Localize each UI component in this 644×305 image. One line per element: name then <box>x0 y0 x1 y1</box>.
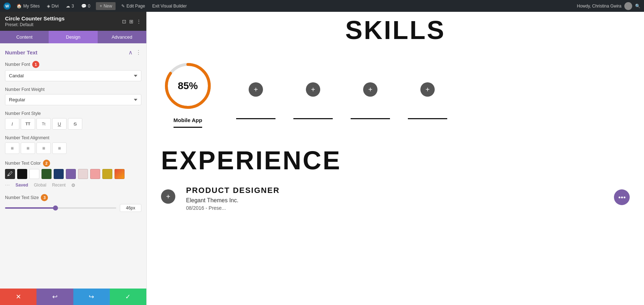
color-swatch-black[interactable] <box>17 169 27 179</box>
page-canvas: SKILLS 85% <box>147 12 644 305</box>
align-left-button[interactable]: ≡ <box>5 142 19 154</box>
dot-2 <box>621 197 623 198</box>
section-collapse-icon[interactable]: ∧ <box>128 49 133 56</box>
number-font-weight-group: Number Font Weight Regular <box>5 87 141 105</box>
circle-value: 85% <box>178 80 198 92</box>
number-text-alignment-label: Number Text Alignment <box>5 135 141 140</box>
number-font-group: Number Font 1 Candal <box>5 61 141 81</box>
add-experience-button[interactable]: + <box>161 189 175 204</box>
tab-advanced[interactable]: Advanced <box>98 31 146 43</box>
circle-label: Mobile App <box>174 117 202 123</box>
placeholder-line-4 <box>408 118 447 119</box>
placeholder-line-1 <box>236 118 275 119</box>
job-title: PRODUCT DESIGNER <box>186 186 603 195</box>
color-swatch-gold[interactable] <box>102 169 112 179</box>
panel-more-icon[interactable]: ⋮ <box>136 19 141 24</box>
number-font-label: Number Font 1 <box>5 61 141 68</box>
color-swatch-white[interactable] <box>29 169 39 179</box>
number-font-select[interactable]: Candal <box>5 70 141 81</box>
add-circle-button-4[interactable]: + <box>420 82 435 97</box>
dot-1 <box>619 197 620 198</box>
top-bar: W 🏠 My Sites ◈ Divi ☁ 3 💬 0 + New ✎ Edit… <box>0 0 644 12</box>
section-more-icon[interactable]: ⋮ <box>136 49 141 56</box>
size-slider-track[interactable] <box>5 207 116 209</box>
color-swatch-pink[interactable] <box>90 169 100 179</box>
circle-counter-item: 85% Mobile App <box>161 59 215 128</box>
panel-header: Circle Counter Settings Preset: Default … <box>0 12 146 31</box>
experience-heading: EXPERIENCE <box>161 146 630 175</box>
plus-icon: + <box>99 4 102 9</box>
underline-button[interactable]: U <box>52 118 67 130</box>
user-avatar[interactable] <box>624 2 632 10</box>
add-circle-button-2[interactable]: + <box>306 82 320 97</box>
color-tab-global[interactable]: Global <box>34 183 47 188</box>
divi-link[interactable]: ◈ Divi <box>45 4 60 9</box>
color-tab-recent[interactable]: Recent <box>52 183 65 188</box>
color-picker-button[interactable]: 🖊 <box>5 169 15 179</box>
strikethrough-button[interactable]: S <box>68 118 82 130</box>
cloud-link[interactable]: ☁ 3 <box>64 4 75 9</box>
color-swatch-dark-green[interactable] <box>42 169 52 179</box>
cancel-icon: ✕ <box>16 293 21 301</box>
wp-logo-icon[interactable]: W <box>4 3 11 10</box>
number-text-size-group: Number Text Size 3 <box>5 194 141 212</box>
font-style-buttons: I TT Tt U S <box>5 118 141 130</box>
panel-tabs: Content Design Advanced <box>0 31 146 43</box>
size-slider-thumb[interactable] <box>53 205 58 210</box>
tab-content[interactable]: Content <box>0 31 49 43</box>
exit-visual-builder-button[interactable]: Exit Visual Builder <box>151 4 188 9</box>
number-font-weight-select[interactable]: Regular <box>5 94 141 105</box>
floating-menu-button[interactable] <box>614 189 630 205</box>
tab-design[interactable]: Design <box>49 31 97 43</box>
number-font-badge: 1 <box>32 61 39 68</box>
new-button[interactable]: + New <box>96 2 116 10</box>
size-slider-value[interactable] <box>120 204 141 212</box>
comments-link[interactable]: 💬 0 <box>80 4 92 9</box>
circle-underline <box>174 127 202 128</box>
number-text-color-group: Number Text Color 2 🖊 ··· <box>5 160 141 188</box>
color-tab-saved[interactable]: Saved <box>15 183 28 188</box>
search-icon[interactable]: 🔍 <box>635 4 640 9</box>
panel-layout-icon[interactable]: ⊞ <box>129 19 133 24</box>
my-sites-link[interactable]: 🏠 My Sites <box>15 4 41 9</box>
color-tab-bar: ··· Saved Global Recent ⚙ <box>5 182 141 188</box>
color-swatch-dark-blue[interactable] <box>54 169 64 179</box>
color-more-button[interactable]: ··· <box>5 182 10 188</box>
number-font-style-group: Number Font Style I TT Tt U S <box>5 111 141 130</box>
edit-page-button[interactable]: ✎ Edit Page <box>120 4 146 9</box>
job-dates: 08/2016 - Prese... <box>186 205 603 211</box>
dot-3 <box>624 197 625 198</box>
placeholder-line-3 <box>351 118 390 119</box>
align-center-button[interactable]: ≡ <box>21 142 35 154</box>
experience-content: PRODUCT DESIGNER Elegant Themes Inc. 08/… <box>186 186 603 211</box>
align-right-button[interactable]: ≡ <box>36 142 51 154</box>
color-swatch-purple[interactable] <box>66 169 76 179</box>
undo-button[interactable]: ↩ <box>36 289 73 305</box>
number-text-section: Number Text ∧ ⋮ <box>5 49 141 56</box>
size-slider-row <box>5 204 141 212</box>
cancel-button[interactable]: ✕ <box>0 289 36 305</box>
panel-resize-icon[interactable]: ⊡ <box>122 19 126 24</box>
color-swatch-red-gradient[interactable] <box>114 169 125 179</box>
redo-button[interactable]: ↪ <box>73 289 110 305</box>
edit-icon: ✎ <box>121 4 125 9</box>
color-swatch-light-pink[interactable] <box>78 169 88 179</box>
undo-icon: ↩ <box>52 293 58 301</box>
italic-button[interactable]: I <box>5 118 19 130</box>
number-text-color-badge: 2 <box>43 160 50 167</box>
save-button[interactable]: ✓ <box>110 289 146 305</box>
panel-title: Circle Counter Settings <box>5 15 65 21</box>
panel-footer: ✕ ↩ ↪ ✓ <box>0 289 146 305</box>
capitalize-button[interactable]: Tt <box>36 118 51 130</box>
uppercase-button[interactable]: TT <box>21 118 35 130</box>
section-title: Number Text <box>5 49 38 55</box>
color-settings-icon[interactable]: ⚙ <box>71 183 75 188</box>
add-circle-button-3[interactable]: + <box>363 82 377 97</box>
circle-row: 85% Mobile App + + + <box>161 52 630 139</box>
redo-icon: ↪ <box>89 293 94 301</box>
add-circle-button-1[interactable]: + <box>249 82 263 97</box>
divi-icon: ◈ <box>47 4 50 9</box>
align-justify-button[interactable]: ≡ <box>52 142 67 154</box>
placeholder-line-2 <box>293 118 333 119</box>
circle-counter-graphic[interactable]: 85% <box>161 59 215 113</box>
